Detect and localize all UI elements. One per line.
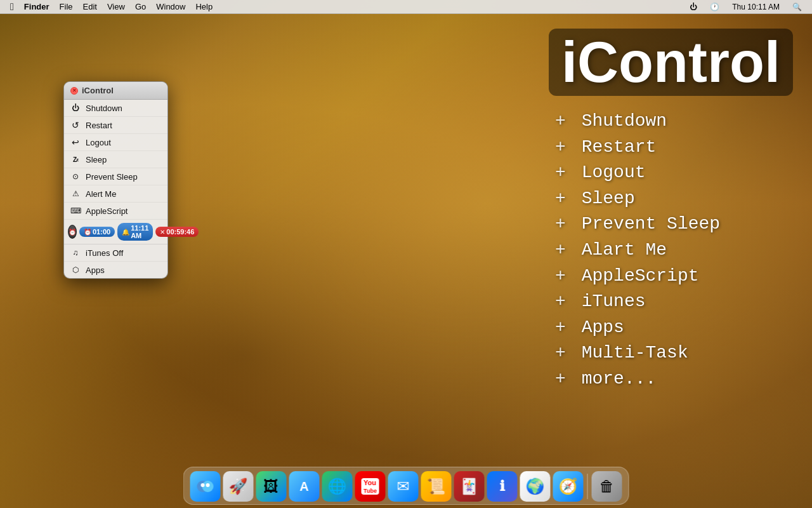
menu-item-alert-me[interactable]: ⚠ Alert Me <box>64 185 167 203</box>
menu-item-itunes-off[interactable]: ♫ iTunes Off <box>64 244 167 262</box>
timer-slot2-icon: 🔔 <box>122 229 129 236</box>
feature-more: + more... <box>555 366 793 392</box>
timer-slot3-icon: ✕ <box>160 229 165 236</box>
menubar-clock-icon: 🕐 <box>705 0 724 14</box>
itunes-icon: ♫ <box>70 248 81 258</box>
prevent-sleep-icon: ⊙ <box>70 171 81 182</box>
menubar-datetime: Thu 10:11 AM <box>727 0 785 14</box>
svg-point-2 <box>201 483 205 487</box>
apps-label: Apps <box>86 265 105 275</box>
logout-icon: ↩ <box>70 137 81 147</box>
dock-youtube[interactable]: YouTube <box>355 471 386 502</box>
svg-point-3 <box>206 483 210 487</box>
menubar-power-icon: ⏻ <box>684 0 702 14</box>
icontrol-panel: ✕ iControl ⏻ Shutdown ↺ Restart ↩ Logout… <box>63 81 168 279</box>
feature-alert-me: + Alart Me <box>555 237 793 264</box>
feature-prevent-sleep: + Prevent Sleep <box>555 211 793 237</box>
menubar-window[interactable]: Window <box>151 0 190 14</box>
dock-world-clock[interactable]: 🌍 <box>520 471 551 502</box>
icontrol-title-bar: ✕ iControl <box>64 82 167 100</box>
feature-multitask: + Multi-Task <box>555 340 793 366</box>
dock-photos[interactable]: 🖼 <box>256 471 287 502</box>
menubar-finder[interactable]: Finder <box>19 0 55 14</box>
sleep-icon: Zz <box>70 154 81 164</box>
dock-trash[interactable]: 🗑 <box>592 471 622 502</box>
applescript-icon: ⌨ <box>70 206 81 216</box>
menu-item-apps[interactable]: ⬡ Apps <box>64 262 167 278</box>
menu-item-shutdown[interactable]: ⏻ Shutdown <box>64 100 167 117</box>
icontrol-big-title: iControl <box>549 29 793 96</box>
feature-apps: + Apps <box>555 315 793 341</box>
menu-item-logout[interactable]: ↩ Logout <box>64 134 167 151</box>
timer-slot1-icon: ⏰ <box>84 229 91 236</box>
logout-label: Logout <box>86 138 111 147</box>
itunes-off-label: iTunes Off <box>86 248 123 258</box>
sleep-label: Sleep <box>86 155 107 164</box>
menu-item-restart[interactable]: ↺ Restart <box>64 117 167 134</box>
timer-slot2-value: 11:11 AM <box>131 224 148 239</box>
menu-item-applescript[interactable]: ⌨ AppleScript <box>64 203 167 220</box>
timer-slot3-value: 00:59:46 <box>166 228 194 236</box>
timer-bar: ⏰ ⏰ 01:00 🔔 11:11 AM ✕ 00:59:46 <box>64 220 167 244</box>
timer-slot2[interactable]: 🔔 11:11 AM <box>117 223 153 241</box>
feature-shutdown: + Shutdown <box>555 109 793 135</box>
dock-appstore[interactable]: A <box>289 471 320 502</box>
prevent-sleep-label: Prevent Sleep <box>86 172 138 182</box>
shutdown-label: Shutdown <box>86 104 122 113</box>
menubar-right: ⏻ 🕐 Thu 10:11 AM 🔍 <box>684 0 807 14</box>
menu-item-sleep[interactable]: Zz Sleep <box>64 151 167 168</box>
timer-slot1-value: 01:00 <box>93 228 110 236</box>
dock-notes[interactable]: 📜 <box>421 471 452 502</box>
dock-info[interactable]: ℹ <box>487 471 518 502</box>
dock-mail[interactable]: ✉ <box>388 471 419 502</box>
restart-icon: ↺ <box>70 120 81 130</box>
feature-itunes: + iTunes <box>555 289 793 315</box>
dock-separator <box>587 474 588 499</box>
menubar-search-icon[interactable]: 🔍 <box>787 0 807 14</box>
applescript-label: AppleScript <box>86 206 128 216</box>
dock-safari[interactable]: 🧭 <box>553 471 584 502</box>
alert-me-icon: ⚠ <box>70 189 81 199</box>
apple-menu[interactable]:  <box>5 0 19 14</box>
feature-restart: + Restart <box>555 135 793 161</box>
timer-slot3[interactable]: ✕ 00:59:46 <box>155 227 199 237</box>
feature-applescript: + AppleScript <box>555 264 793 290</box>
apps-icon: ⬡ <box>70 265 81 275</box>
desktop:  Finder File Edit View Go Window Help ⏻… <box>0 0 812 508</box>
icontrol-title: iControl <box>82 86 114 95</box>
menu-item-prevent-sleep[interactable]: ⊙ Prevent Sleep <box>64 168 167 185</box>
alert-me-label: Alert Me <box>86 189 116 199</box>
shutdown-icon: ⏻ <box>70 103 81 113</box>
timer-slot1[interactable]: ⏰ 01:00 <box>79 227 115 237</box>
dock-game[interactable]: 🃏 <box>454 471 485 502</box>
restart-label: Restart <box>86 121 112 130</box>
menubar:  Finder File Edit View Go Window Help ⏻… <box>0 0 812 14</box>
timer-main-button[interactable]: ⏰ <box>68 225 77 239</box>
dock-launchpad[interactable]: 🚀 <box>223 471 254 502</box>
feature-logout: + Logout <box>555 160 793 186</box>
dock-finder[interactable] <box>190 471 221 502</box>
dock-browser[interactable]: 🌐 <box>322 471 353 502</box>
menubar-edit[interactable]: Edit <box>78 0 102 14</box>
dock: 🚀 🖼 A 🌐 YouTube ✉ 📜 🃏 ℹ 🌍 🧭 🗑 <box>183 467 629 505</box>
menubar-help[interactable]: Help <box>190 0 218 14</box>
menubar-go[interactable]: Go <box>130 0 151 14</box>
menubar-view[interactable]: View <box>102 0 130 14</box>
icontrol-big-panel: iControl + Shutdown + Restart + Logout +… <box>549 29 793 392</box>
menubar-day: Thu <box>732 3 745 11</box>
icontrol-close-button[interactable]: ✕ <box>70 87 78 95</box>
menubar-time: 10:11 AM <box>747 3 780 11</box>
menubar-file[interactable]: File <box>55 0 78 14</box>
feature-sleep: + Sleep <box>555 186 793 212</box>
feature-list: + Shutdown + Restart + Logout + Sleep + … <box>549 109 793 392</box>
